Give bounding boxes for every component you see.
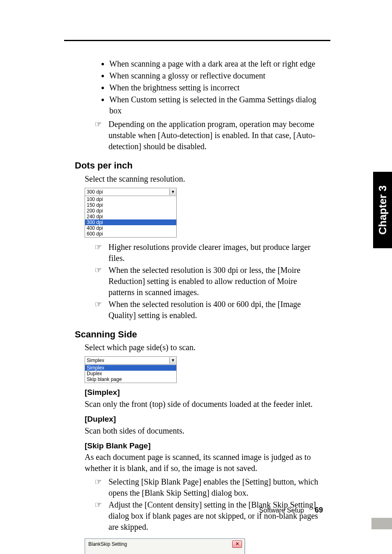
dpi-option[interactable]: 400 dpi xyxy=(85,225,176,231)
dialog-title-text: BlankSkip Setting xyxy=(88,541,127,547)
page-content: When scanning a page with a dark area at… xyxy=(75,58,323,554)
close-icon[interactable]: ✕ xyxy=(232,540,242,548)
subheading-skip-blank-page: [Skip Blank Page] xyxy=(85,441,323,451)
dpi-listbox[interactable]: 100 dpi 150 dpi 200 dpi 240 dpi 300 dpi … xyxy=(85,196,177,238)
dpi-option[interactable]: 300 dpi xyxy=(85,219,176,225)
intro-notes: Depending on the application program, op… xyxy=(95,119,323,152)
dpi-option[interactable]: 240 dpi xyxy=(85,214,176,219)
intro-bullet-list: When scanning a page with a dark area at… xyxy=(101,58,323,116)
dpi-note: Higher resolutions provide clearer image… xyxy=(95,242,323,264)
side-option[interactable]: Simplex xyxy=(85,365,176,371)
intro-bullet: When Custom setting is selected in the G… xyxy=(109,94,323,116)
dpi-option[interactable]: 100 dpi xyxy=(85,196,176,202)
dpi-dropdown[interactable]: 300 dpi ▼ 100 dpi 150 dpi 200 dpi 240 dp… xyxy=(85,188,177,238)
intro-bullet: When scanning a glossy or reflective doc… xyxy=(109,70,323,81)
intro-bullet: When the brightness setting is incorrect xyxy=(109,82,323,93)
scanning-side-intro: Select which page side(s) to scan. xyxy=(85,342,323,353)
chevron-down-icon[interactable]: ▼ xyxy=(169,189,176,195)
footer-section: Software Setup xyxy=(259,507,304,514)
dpi-note: When the selected resolution is 300 dpi … xyxy=(95,265,323,298)
dpi-combo[interactable]: 300 dpi ▼ xyxy=(85,188,177,196)
dpi-option[interactable]: 150 dpi xyxy=(85,202,176,208)
page-footer: Software Setup 69 xyxy=(259,506,323,515)
skip-desc: As each document page is scanned, its sc… xyxy=(85,452,323,474)
header-rule xyxy=(64,40,330,41)
skip-note: Selecting [Skip Blank Page] enables the … xyxy=(95,476,323,499)
blankskip-dialog: BlankSkip Setting ✕ Content density : Lo… xyxy=(85,538,245,554)
intro-note: Depending on the application program, op… xyxy=(95,119,323,152)
side-option[interactable]: Duplex xyxy=(85,371,176,376)
dpi-intro: Select the scanning resolution. xyxy=(85,173,323,185)
chevron-down-icon[interactable]: ▼ xyxy=(169,357,176,364)
heading-dpi: Dots per inch xyxy=(75,159,323,172)
heading-scanning-side: Scanning Side xyxy=(75,328,323,341)
intro-bullet: When scanning a page with a dark area at… xyxy=(109,58,323,69)
side-combo[interactable]: Simplex ▼ xyxy=(85,356,177,365)
simplex-desc: Scan only the front (top) side of docume… xyxy=(85,399,323,410)
dialog-titlebar: BlankSkip Setting ✕ xyxy=(85,539,244,549)
side-listbox[interactable]: Simplex Duplex Skip blank page xyxy=(85,365,177,383)
dpi-option[interactable]: 600 dpi xyxy=(85,231,176,237)
skip-notes: Selecting [Skip Blank Page] enables the … xyxy=(95,476,323,533)
duplex-desc: Scan both sides of documents. xyxy=(85,425,323,436)
dpi-combo-selected: 300 dpi xyxy=(85,189,169,195)
subheading-simplex: [Simplex] xyxy=(85,387,323,398)
corner-tab xyxy=(371,518,392,529)
side-combo-selected: Simplex xyxy=(85,357,169,364)
skip-note: Adjust the [Content density] setting in … xyxy=(95,499,323,533)
scanning-side-dropdown[interactable]: Simplex ▼ Simplex Duplex Skip blank page xyxy=(85,356,177,383)
dpi-note: When the selected resolution is 400 or 6… xyxy=(95,299,323,321)
subheading-duplex: [Duplex] xyxy=(85,414,323,425)
side-option[interactable]: Skip blank page xyxy=(85,376,176,382)
footer-page-number: 69 xyxy=(315,506,323,515)
dpi-option[interactable]: 200 dpi xyxy=(85,208,176,214)
chapter-tab: Chapter 3 xyxy=(373,172,392,248)
dpi-notes: Higher resolutions provide clearer image… xyxy=(95,242,323,321)
